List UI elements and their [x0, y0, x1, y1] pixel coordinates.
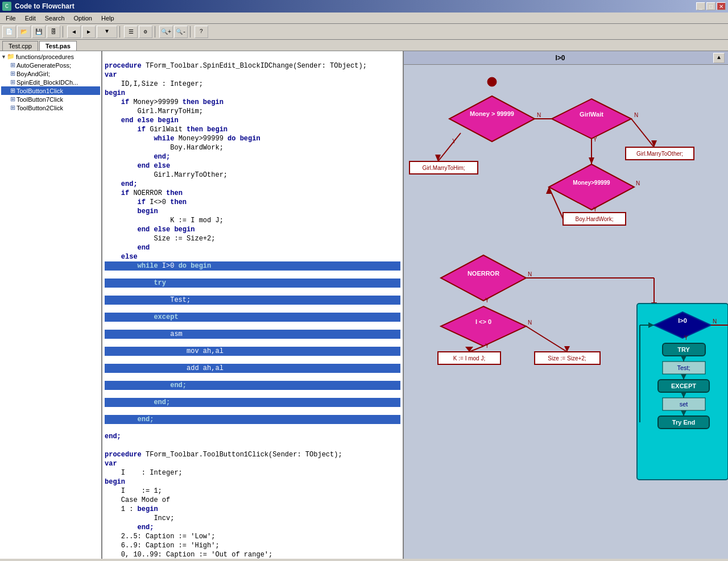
code-line-7: if GirlWait then begin: [105, 126, 228, 134]
svg-text:I <> 0: I <> 0: [475, 318, 491, 325]
menu-help[interactable]: Help: [98, 14, 118, 22]
svg-text:GirlWait: GirlWait: [580, 111, 603, 118]
code-line-27: mov ah,al: [105, 347, 400, 356]
tree-item-toolbutton2[interactable]: ⊞ ToolButton2Click: [1, 103, 100, 112]
separator-3: [155, 26, 157, 38]
menu-edit[interactable]: Edit: [22, 14, 39, 22]
code-line-29: end;: [105, 381, 400, 390]
svg-text:Money>99999: Money>99999: [573, 180, 610, 186]
code-line-39: Case Mode of: [105, 496, 170, 504]
code-line-40: 1 : begin: [105, 505, 158, 513]
code-line-1: var: [105, 71, 117, 79]
run-button[interactable]: ▶: [82, 26, 96, 38]
svg-text:TRY: TRY: [677, 346, 690, 353]
tree-root: ▼ 📁 functions/procedures ⊞ AutoGenerateP…: [1, 52, 100, 112]
tree-group-functions[interactable]: ▼ 📁 functions/procedures: [1, 52, 100, 61]
menu-search[interactable]: Search: [42, 14, 68, 22]
func-icon-1: ⊞: [10, 70, 15, 77]
code-line-9: Boy.HardWork;: [105, 144, 224, 152]
code-line-36: I : Integer;: [105, 469, 183, 477]
tree-item-boyandgirl[interactable]: ⊞ BoyAndGirl;: [1, 69, 100, 78]
code-line-15: if I<>0 then: [105, 198, 187, 206]
func-icon-0: ⊞: [10, 61, 15, 69]
code-line-45: 0, 10..99: Caption := 'Out of range';: [105, 551, 272, 559]
menu-file[interactable]: File: [2, 14, 19, 22]
zoom-in-button[interactable]: 🔍+: [159, 26, 173, 38]
left-panel: ▼ 📁 functions/procedures ⊞ AutoGenerateP…: [0, 51, 404, 559]
flowchart-collapse-button[interactable]: ▲: [713, 53, 725, 63]
tree-label-2: SpinEdit_BlockIDCh...: [16, 79, 78, 86]
minimize-button[interactable]: _: [696, 2, 705, 10]
tree-item-toolbutton7[interactable]: ⊞ ToolButton7Click: [1, 95, 100, 103]
code-line-13: end;: [105, 180, 138, 188]
code-line-23: try: [105, 279, 400, 288]
svg-text:N: N: [528, 271, 532, 277]
flowchart-area[interactable]: Money > 99999 N Y Girl.MarryToHim; GirlW…: [404, 65, 728, 559]
code-line-30: end;: [105, 398, 400, 407]
open-button[interactable]: 📂: [17, 26, 31, 38]
code-line-10: end;: [105, 153, 170, 161]
flowchart-svg: Money > 99999 N Y Girl.MarryToHim; GirlW…: [404, 65, 728, 497]
code-line-38: I := 1;: [105, 487, 162, 495]
tree-item-spinedit[interactable]: ⊞ SpinEdit_BlockIDCh...: [1, 78, 100, 86]
svg-text:N: N: [636, 180, 640, 186]
svg-text:Try End: Try End: [672, 419, 695, 426]
svg-point-1: [487, 77, 497, 86]
code-panel[interactable]: procedure TForm_Toolbar.SpinEdit_BlockID…: [102, 51, 403, 559]
svg-text:Girl.MarryToHim;: Girl.MarryToHim;: [423, 165, 465, 171]
right-panel: I>0 ▲ Money > 99999 N Y: [404, 51, 728, 559]
tree-label-5: ToolButton2Click: [16, 105, 63, 111]
toolbar: 📄 📂 💾 🗄 ◀ ▶ ▼ ☰ ⚙ 🔍+ 🔍- ?: [0, 24, 728, 40]
tab-testcpp[interactable]: Test.cpp: [2, 41, 38, 51]
code-line-37: begin: [105, 478, 125, 486]
maximize-button[interactable]: □: [706, 2, 715, 10]
func-icon-4: ⊞: [10, 95, 15, 103]
save-all-button[interactable]: 🗄: [47, 26, 60, 38]
tree-item-toolbutton1[interactable]: ⊞ ToolButton1Click: [1, 86, 100, 95]
svg-text:Y: Y: [684, 335, 688, 341]
svg-text:Money > 99999: Money > 99999: [470, 110, 514, 117]
nav-combo[interactable]: ▼: [97, 26, 117, 38]
title-bar: C Code to Flowchart _ □ ✕: [0, 0, 728, 13]
window-controls[interactable]: _ □ ✕: [696, 2, 726, 10]
close-button[interactable]: ✕: [717, 2, 726, 10]
svg-text:EXCEPT: EXCEPT: [671, 383, 696, 389]
new-button[interactable]: 📄: [2, 26, 16, 38]
svg-text:Boy.HardWork;: Boy.HardWork;: [576, 216, 614, 222]
code-line-12: Girl.MarryToOther;: [105, 171, 228, 179]
back-button[interactable]: ◀: [67, 26, 81, 38]
code-line-28: add ah,al: [105, 364, 400, 373]
flowchart-header: I>0 ▲: [404, 51, 728, 65]
tabs-bar: Test.cpp Test.pas: [0, 40, 728, 51]
separator-1: [63, 26, 65, 38]
svg-text:N: N: [537, 112, 541, 118]
code-line-16: begin: [105, 207, 158, 215]
code-line-41: Incv;: [105, 514, 174, 522]
zoom-out-button[interactable]: 🔍-: [174, 26, 188, 38]
svg-text:NOERROR: NOERROR: [468, 270, 499, 277]
separator-4: [190, 26, 192, 38]
code-line-34: procedure TForm_Toolbar.ToolButton1Click…: [105, 451, 342, 459]
tree-label-4: ToolButton7Click: [16, 96, 63, 103]
tab-testpas[interactable]: Test.pas: [39, 41, 77, 51]
list-button[interactable]: ☰: [124, 26, 138, 38]
code-line-4: if Money>99999 then begin: [105, 98, 224, 106]
code-line-8: while Money>99999 do begin: [105, 135, 260, 143]
code-line-26: asm: [105, 330, 400, 339]
svg-text:Y: Y: [485, 297, 489, 304]
tree-label-3: ToolButton1Click: [16, 88, 63, 94]
tree-item-autogenerate[interactable]: ⊞ AutoGeneratePoss;: [1, 61, 100, 69]
code-line-17: K := I mod J;: [105, 217, 224, 225]
svg-text:Size := Size+2;: Size := Size+2;: [548, 355, 586, 361]
run2-button[interactable]: ⚙: [139, 26, 152, 38]
save-button[interactable]: 💾: [32, 26, 46, 38]
separator-2: [119, 26, 122, 38]
code-line-18: end else begin: [105, 226, 195, 234]
svg-text:Y: Y: [593, 206, 597, 213]
help-button[interactable]: ?: [195, 26, 208, 38]
code-line-42: end;: [105, 523, 154, 531]
code-line-25: except: [105, 313, 400, 322]
svg-text:I>0: I>0: [678, 317, 687, 324]
code-line-14: if NOERROR then: [105, 189, 183, 197]
menu-option[interactable]: Option: [71, 14, 96, 22]
